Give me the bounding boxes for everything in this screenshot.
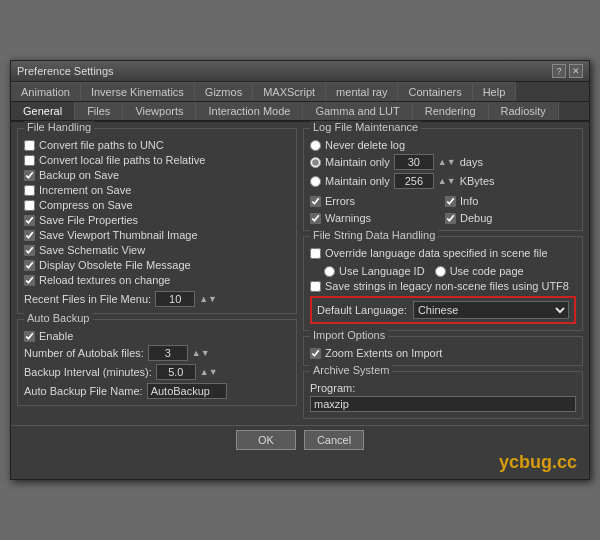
chk-override: Override language data specified in scen… (310, 247, 576, 259)
chk-unc-label: Convert file paths to UNC (39, 139, 164, 151)
chk-save-utf8-label: Save strings in legacy non-scene files u… (325, 280, 569, 292)
chk-info-input[interactable] (445, 196, 456, 207)
file-name-row: Auto Backup File Name: (24, 383, 290, 399)
file-name-input[interactable] (147, 383, 227, 399)
default-language-label: Default Language: (317, 304, 407, 316)
main-content: File Handling Convert file paths to UNC … (11, 122, 589, 425)
maintain-bytes-radio[interactable] (310, 176, 321, 187)
left-panel: File Handling Convert file paths to UNC … (17, 128, 297, 419)
chk-backup-input[interactable] (24, 170, 35, 181)
chk-relative-input[interactable] (24, 155, 35, 166)
chk-debug: Debug (445, 212, 576, 224)
chk-compress: Compress on Save (24, 199, 290, 211)
chk-warnings-label: Warnings (325, 212, 371, 224)
file-string-title: File String Data Handling (310, 229, 438, 241)
maintain-days-arrow[interactable]: ▲▼ (438, 157, 456, 167)
never-delete-row: Never delete log (310, 139, 576, 151)
tab-maxscript[interactable]: MAXScript (253, 82, 326, 101)
recent-files-input[interactable] (155, 291, 195, 307)
never-delete-label: Never delete log (325, 139, 405, 151)
chk-relative: Convert local file paths to Relative (24, 154, 290, 166)
title-bar: Preference Settings ? ✕ (11, 61, 589, 82)
chk-obsolete-input[interactable] (24, 260, 35, 271)
chk-info-label: Info (460, 195, 478, 207)
help-button[interactable]: ? (552, 64, 566, 78)
tab-inverse-kinematics[interactable]: Inverse Kinematics (81, 82, 195, 101)
chk-reload-input[interactable] (24, 275, 35, 286)
tab-gamma-lut[interactable]: Gamma and LUT (303, 102, 412, 120)
chk-warnings-input[interactable] (310, 213, 321, 224)
program-input[interactable] (310, 396, 576, 412)
never-delete-radio[interactable] (310, 140, 321, 151)
maintain-days-unit: days (460, 156, 483, 168)
use-lang-id-label: Use Language ID (339, 265, 425, 277)
recent-files-arrow[interactable]: ▲▼ (199, 294, 217, 304)
chk-save-properties-input[interactable] (24, 215, 35, 226)
maintain-bytes-label: Maintain only (325, 175, 390, 187)
num-files-arrow[interactable]: ▲▼ (192, 348, 210, 358)
chk-schematic-input[interactable] (24, 245, 35, 256)
maintain-days-label: Maintain only (325, 156, 390, 168)
file-string-group: File String Data Handling Override langu… (303, 236, 583, 331)
maintain-bytes-row: Maintain only ▲▼ KBytes (310, 173, 576, 189)
chk-zoom-extents-input[interactable] (310, 348, 321, 359)
chk-backup: Backup on Save (24, 169, 290, 181)
tab-gizmos[interactable]: Gizmos (195, 82, 253, 101)
chk-compress-input[interactable] (24, 200, 35, 211)
chk-thumbnail: Save Viewport Thumbnail Image (24, 229, 290, 241)
chk-override-input[interactable] (310, 248, 321, 259)
chk-increment-label: Increment on Save (39, 184, 131, 196)
tab-viewports[interactable]: Viewports (123, 102, 196, 120)
chk-zoom-extents: Zoom Extents on Import (310, 347, 576, 359)
chk-debug-input[interactable] (445, 213, 456, 224)
tab-row-2: General Files Viewports Interaction Mode… (11, 102, 589, 122)
interval-row: Backup Interval (minutes): ▲▼ (24, 364, 290, 380)
maintain-days-row: Maintain only ▲▼ days (310, 154, 576, 170)
chk-info: Info (445, 195, 576, 207)
close-button[interactable]: ✕ (569, 64, 583, 78)
tab-general[interactable]: General (11, 102, 75, 120)
log-file-group: Log File Maintenance Never delete log Ma… (303, 128, 583, 231)
num-files-label: Number of Autobak files: (24, 347, 144, 359)
archive-system-title: Archive System (310, 364, 392, 376)
chk-save-properties-label: Save File Properties (39, 214, 138, 226)
interval-input[interactable] (156, 364, 196, 380)
chk-unc: Convert file paths to UNC (24, 139, 290, 151)
chk-increment-input[interactable] (24, 185, 35, 196)
tab-radiosity[interactable]: Radiosity (489, 102, 559, 120)
maintain-bytes-arrow[interactable]: ▲▼ (438, 176, 456, 186)
use-lang-id-radio[interactable] (324, 266, 335, 277)
maintain-bytes-input[interactable] (394, 173, 434, 189)
tab-containers[interactable]: Containers (398, 82, 472, 101)
auto-backup-enable-label: Enable (39, 330, 73, 342)
tab-rendering[interactable]: Rendering (413, 102, 489, 120)
default-language-row: Default Language: Chinese English Japane… (317, 301, 569, 319)
cancel-button[interactable]: Cancel (304, 430, 364, 450)
chk-debug-label: Debug (460, 212, 492, 224)
ok-button[interactable]: OK (236, 430, 296, 450)
use-code-page-radio[interactable] (435, 266, 446, 277)
tab-interaction-mode[interactable]: Interaction Mode (196, 102, 303, 120)
watermark: ycbug.cc (7, 450, 585, 475)
auto-backup-title: Auto Backup (24, 312, 92, 324)
chk-thumbnail-input[interactable] (24, 230, 35, 241)
default-language-select[interactable]: Chinese English Japanese Korean (413, 301, 569, 319)
chk-obsolete-label: Display Obsolete File Message (39, 259, 191, 271)
use-lang-id-row: Use Language ID (324, 265, 425, 277)
auto-backup-group: Auto Backup Enable Number of Autobak fil… (17, 319, 297, 406)
tab-mental-ray[interactable]: mental ray (326, 82, 398, 101)
tab-files[interactable]: Files (75, 102, 123, 120)
chk-save-utf8-input[interactable] (310, 281, 321, 292)
maintain-days-input[interactable] (394, 154, 434, 170)
chk-unc-input[interactable] (24, 140, 35, 151)
interval-arrow[interactable]: ▲▼ (200, 367, 218, 377)
num-files-input[interactable] (148, 345, 188, 361)
tab-animation[interactable]: Animation (11, 82, 81, 101)
chk-obsolete: Display Obsolete File Message (24, 259, 290, 271)
chk-errors-input[interactable] (310, 196, 321, 207)
maintain-days-radio[interactable] (310, 157, 321, 168)
tab-help[interactable]: Help (473, 82, 517, 101)
log-file-title: Log File Maintenance (310, 121, 421, 133)
auto-backup-enable-input[interactable] (24, 331, 35, 342)
window-title: Preference Settings (17, 65, 114, 77)
